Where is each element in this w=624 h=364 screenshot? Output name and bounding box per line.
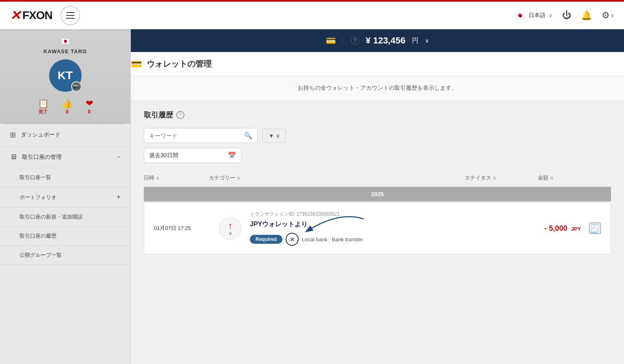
user-stats: 📋 完了 👍 0 ❤ 0: [6, 98, 124, 115]
close-icon: ✕: [290, 236, 295, 243]
notifications-button[interactable]: 🔔: [581, 10, 592, 21]
sort-category-icon: ⇅: [237, 176, 240, 180]
table-header: 日時 ⇅ カテゴリー ⇅ ステイタス ⇅ 金額 ⇅: [144, 169, 611, 187]
sidebar-nav: ⊞ ダッシュボード 🖥 取引口座の管理 − 取引口座一覧 ポートフォリオ + 取…: [0, 124, 130, 364]
content-area: 取引履歴 ? 🔍 ▼ ∨ 📅: [131, 100, 624, 264]
transaction-row: 01月07日 17:25 ↑ ¥ トランザクションID: 17362383355…: [144, 202, 611, 254]
amount-currency: JPY: [571, 226, 581, 232]
page-title: ウォレットの管理: [147, 58, 212, 69]
user-section: 🇯🇵 KAWASE TARO KT 📷 📋 完了 👍 0: [0, 29, 130, 124]
account-list-label: 取引口座一覧: [20, 174, 51, 181]
stat-complete-label: 完了: [38, 109, 49, 115]
heart-icon: ❤: [86, 98, 93, 109]
search-input-wrapper: 🔍: [144, 128, 258, 143]
search-row: 🔍 ▼ ∨: [144, 128, 611, 143]
sidebar-item-account-history[interactable]: 取引口座の履歴: [0, 227, 130, 246]
filter-button[interactable]: ▼ ∨: [262, 129, 286, 143]
portfolio-label: ポートフォリオ: [20, 194, 56, 201]
sidebar-item-portfolio[interactable]: ポートフォリオ +: [0, 187, 130, 208]
transaction-details: トランザクションID: 1736238335583621 JPYウォレットより: [250, 211, 516, 246]
settings-icon[interactable]: ⚙: [602, 10, 610, 21]
stat-complete: 📋 完了: [38, 98, 49, 115]
info-banner: お持ちの全ウォレット・アカウントの取引履歴を表示します。: [131, 76, 624, 100]
balance-bar: 💳 : ? ¥ 123,456 円 ∨: [131, 29, 624, 52]
close-tag-button[interactable]: ✕: [286, 233, 299, 246]
sidebar-item-trading-accounts[interactable]: 🖥 取引口座の管理 −: [0, 146, 130, 168]
filter-area: 🔍 ▼ ∨ 📅: [144, 128, 611, 163]
menu-bar-2: [66, 15, 74, 16]
change-avatar-button[interactable]: 📷: [71, 81, 82, 92]
transaction-amount: - 5,000 JPY: [524, 224, 581, 233]
main-layout: 🇯🇵 KAWASE TARO KT 📷 📋 完了 👍 0: [0, 29, 624, 364]
col-header-status[interactable]: ステイタス ⇅: [465, 174, 538, 182]
balance-separator: :: [342, 37, 344, 45]
date-filter-input[interactable]: [149, 152, 228, 159]
main-content: 💳 : ? ¥ 123,456 円 ∨ 💳 ウォレットの管理 お持ちの全ウォレッ…: [131, 29, 624, 364]
search-input[interactable]: [149, 132, 244, 139]
section-title-row: 取引履歴 ?: [144, 110, 611, 120]
tx-id-label: トランザクションID:: [250, 211, 295, 217]
logo-text: FXON: [22, 9, 52, 22]
withdraw-icon: ↑: [228, 221, 233, 231]
tag-required-badge: Required: [250, 235, 282, 244]
section-title: 取引履歴: [144, 110, 173, 120]
dashboard-icon: ⊞: [10, 130, 16, 139]
power-button[interactable]: ⏻: [562, 10, 571, 21]
collapse-icon: −: [117, 154, 121, 161]
complete-icon: 📋: [38, 98, 49, 109]
new-account-label: 取引口座の新規・追加開設: [20, 213, 83, 221]
sidebar-item-public-groups[interactable]: 公開グループ一覧: [0, 246, 130, 265]
col-amount-label: 金額: [538, 174, 548, 182]
date-filter-wrapper: 📅: [144, 148, 241, 163]
language-text: 日本語: [529, 12, 546, 19]
settings-menu[interactable]: ⚙ ∨: [602, 10, 614, 21]
sidebar-dashboard-label: ダッシュボード: [21, 131, 61, 139]
account-history-label: 取引口座の履歴: [20, 232, 56, 240]
col-date-label: 日時: [144, 174, 154, 182]
sidebar: 🇯🇵 KAWASE TARO KT 📷 📋 完了 👍 0: [0, 29, 131, 364]
language-selector[interactable]: 🇯🇵 日本語 ∨: [515, 11, 552, 20]
sort-amount-icon: ⇅: [550, 176, 553, 180]
stat-heart: ❤ 0: [86, 98, 93, 115]
transaction-id: トランザクションID: 1736238335583621: [250, 211, 516, 218]
user-flag-icon: 🇯🇵: [61, 38, 69, 45]
portfolio-plus-icon: +: [116, 193, 121, 202]
payment-method-tag: Local bank , Bank transfer: [302, 236, 363, 243]
year-label: 2025: [371, 191, 384, 197]
transaction-icon-wrapper: ↑ ¥: [219, 217, 242, 240]
receipt-button[interactable]: 🧾: [589, 223, 601, 234]
sidebar-item-account-list[interactable]: 取引口座一覧: [0, 168, 130, 187]
menu-bar-1: [66, 12, 74, 13]
search-button[interactable]: 🔍: [244, 132, 252, 139]
sidebar-item-dashboard[interactable]: ⊞ ダッシュボード: [0, 124, 130, 146]
col-header-category[interactable]: カテゴリー ⇅: [209, 174, 465, 182]
sort-date-icon: ⇅: [156, 176, 159, 180]
navbar-left: ✕ FXON: [10, 6, 80, 25]
col-category-label: カテゴリー: [209, 174, 235, 182]
page-header: 💳 ウォレットの管理: [131, 52, 624, 76]
balance-currency: 円: [412, 37, 418, 45]
logo: ✕ FXON: [10, 8, 52, 23]
monitor-icon: 🖥: [10, 153, 17, 161]
section-help-icon[interactable]: ?: [176, 111, 184, 119]
public-groups-label: 公開グループ一覧: [20, 251, 62, 259]
settings-chevron-icon: ∨: [611, 13, 614, 18]
stat-like-count: 0: [62, 109, 73, 115]
stat-like: 👍 0: [62, 98, 73, 115]
balance-chevron-icon[interactable]: ∨: [425, 37, 429, 44]
col-status-label: ステイタス: [465, 174, 491, 182]
col-header-date[interactable]: 日時 ⇅: [144, 174, 209, 182]
camera-icon: 📷: [73, 84, 79, 89]
jp-flag-icon: 🇯🇵: [515, 11, 525, 20]
avatar-initials: KT: [58, 69, 73, 82]
sidebar-trading-label: 取引口座の管理: [22, 154, 62, 161]
amount-value: - 5,000 JPY: [544, 224, 581, 232]
filter-icon: ▼: [269, 132, 274, 139]
tx-id-value: 1736238335583621: [297, 211, 340, 217]
navbar-right: 🇯🇵 日本語 ∨ ⏻ 🔔 ⚙ ∨: [515, 10, 614, 21]
sidebar-item-new-account[interactable]: 取引口座の新規・追加開設: [0, 208, 130, 227]
hamburger-menu-button[interactable]: [61, 6, 80, 25]
avatar-wrapper: KT 📷: [49, 59, 82, 92]
language-chevron-icon: ∨: [549, 13, 552, 18]
col-header-amount[interactable]: 金額 ⇅: [538, 174, 611, 182]
